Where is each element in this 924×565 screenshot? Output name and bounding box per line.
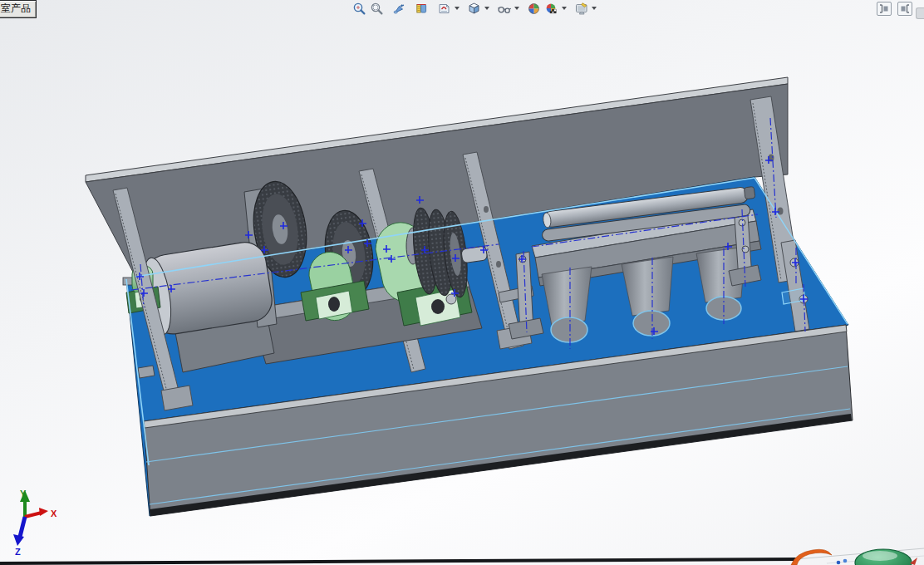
product-label-button[interactable]: 室产品 [0,0,37,18]
toggle-left-pane-icon [879,4,889,13]
previous-view-icon [392,2,406,16]
plate-tab[interactable] [138,366,155,378]
partial-logo-swirl [791,549,832,565]
apply-scene-dropdown[interactable] [590,1,597,17]
previous-view-button[interactable] [391,1,408,17]
hide-show-items-dropdown[interactable] [513,1,520,17]
product-label-text: 室产品 [1,2,31,14]
cutoff-edge-button[interactable] [916,7,924,19]
zoom-to-fit-button[interactable] [351,1,368,17]
section-view-button[interactable] [413,1,430,17]
hide-show-items-button[interactable] [495,1,513,17]
toggle-right-pane-button[interactable] [897,2,912,16]
section-view-icon [415,2,429,16]
edit-appearance-sphere-icon [544,2,559,16]
display-style-cube-icon [467,2,481,16]
hide-show-items-glasses-icon [497,2,512,16]
zoom-to-area-icon [370,2,384,16]
view-orientation-dropdown[interactable] [453,1,460,17]
view-settings-button[interactable] [525,1,543,17]
edit-appearance-button[interactable] [543,1,560,17]
triad-x-label: X [51,508,57,518]
view-orientation-icon [437,2,451,16]
pane-toggle-controls [877,2,912,16]
solidworks-viewport: Y X Z 室产品 [0,0,924,565]
apply-scene-button[interactable] [573,1,590,17]
green-sphere-button[interactable] [855,549,912,565]
triad-z-label: Z [15,547,21,557]
display-style-button[interactable] [465,1,483,17]
reference-triad: Y X Z [13,489,57,557]
triad-y-label: Y [20,489,27,499]
heads-up-view-toolbar [351,0,597,17]
viewport-canvas[interactable]: Y X Z [0,0,924,565]
toggle-left-pane-button[interactable] [877,2,892,16]
view-settings-sphere-icon [527,2,541,16]
toggle-right-pane-icon [900,4,910,13]
bottom-cutoff-window [0,548,924,565]
apply-scene-monitor-icon [574,2,589,16]
zoom-to-fit-icon [352,2,366,16]
zoom-to-area-button[interactable] [368,1,386,17]
view-orientation-button[interactable] [435,1,453,17]
display-style-dropdown[interactable] [483,1,490,17]
edit-appearance-dropdown[interactable] [560,1,568,17]
